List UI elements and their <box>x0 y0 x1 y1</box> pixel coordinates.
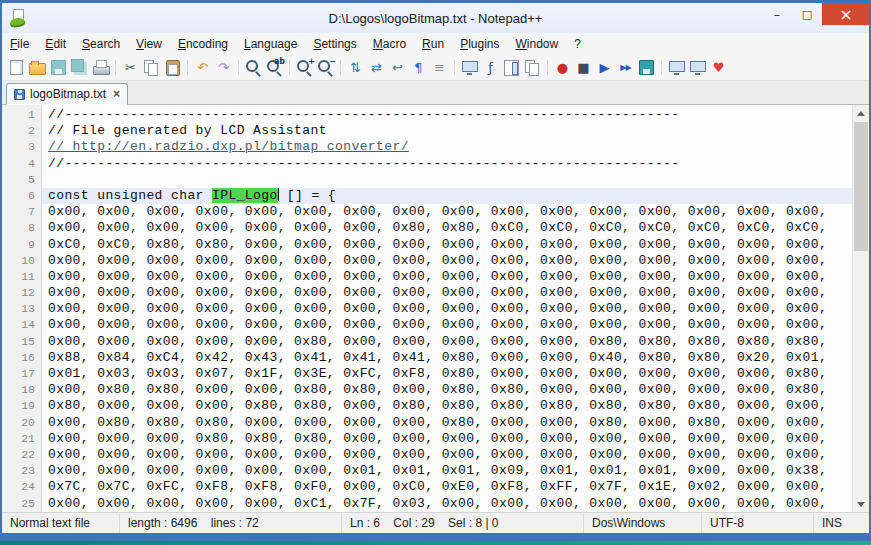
new-file-icon[interactable] <box>6 58 27 78</box>
minimize-button[interactable]: – <box>762 3 792 25</box>
code-line: 1 //------------------------------------… <box>2 107 869 123</box>
doc-switcher-icon[interactable] <box>522 58 543 78</box>
code-line: 18 0x00, 0x80, 0x80, 0x00, 0x00, 0x80, 0… <box>2 382 869 398</box>
title-bar[interactable]: D:\Logos\logoBitmap.txt - Notepad++ – □ … <box>2 3 869 33</box>
menu-macro[interactable]: Macro <box>365 34 414 55</box>
replace-icon[interactable]: ab <box>264 58 285 78</box>
document-map-icon[interactable] <box>501 58 522 78</box>
tab-label: logoBitmap.txt <box>30 87 106 101</box>
menu-plugins[interactable]: Plugins <box>452 34 507 55</box>
notepadpp-logo-icon[interactable] <box>9 9 29 27</box>
line-number: 1 <box>2 107 42 123</box>
menu-language[interactable]: Language <box>236 34 305 55</box>
cut-icon[interactable]: ✂ <box>120 58 141 78</box>
heart-icon[interactable]: ♥ <box>708 58 729 78</box>
copy-icon[interactable] <box>141 58 162 78</box>
save-macro-icon[interactable] <box>636 58 657 78</box>
function-list-icon[interactable]: ƒ <box>480 58 501 78</box>
menu-window[interactable]: Window <box>508 34 567 55</box>
editor[interactable]: 1 //------------------------------------… <box>2 105 869 512</box>
line-text: // http://en.radzio.dxp.pl/bitmap_conver… <box>42 139 852 155</box>
status-encoding: UTF-8 <box>702 513 814 533</box>
code-line: 13 0x00, 0x00, 0x00, 0x00, 0x00, 0x00, 0… <box>2 301 869 317</box>
selected-text: IPL_Logo <box>212 188 278 203</box>
menu-help[interactable]: ? <box>566 34 589 55</box>
line-number: 6 <box>2 188 42 204</box>
toolbar-glyph: ↷ <box>218 61 229 74</box>
undo-icon[interactable]: ↶ <box>192 58 213 78</box>
toolbar-glyph: ▶▶ <box>620 64 630 72</box>
vertical-scrollbar[interactable] <box>852 105 869 512</box>
show-all-characters-icon[interactable]: ¶ <box>408 58 429 78</box>
toolbar-glyph: ¶ <box>414 61 422 74</box>
menu-search[interactable]: Search <box>74 34 128 55</box>
line-number: 22 <box>2 447 42 463</box>
word-wrap-icon[interactable]: ↩ <box>387 58 408 78</box>
line-text: 0x00, 0x00, 0x00, 0x00, 0x00, 0x80, 0x00… <box>42 334 852 350</box>
line-text: 0x00, 0x00, 0x00, 0x00, 0x00, 0x00, 0x00… <box>42 317 852 333</box>
tab-close-icon[interactable]: × <box>113 88 120 100</box>
line-text: 0x80, 0x00, 0x00, 0x00, 0x80, 0x80, 0x00… <box>42 398 852 414</box>
code-area[interactable]: 1 //------------------------------------… <box>2 105 869 512</box>
save-all-icon[interactable] <box>69 58 90 78</box>
code-line: 5 <box>2 172 869 188</box>
toolbar-separator <box>336 58 345 78</box>
code-line: 22 0x00, 0x00, 0x00, 0x00, 0x00, 0x00, 0… <box>2 447 869 463</box>
status-eol-format: Dos\Windows <box>584 513 702 533</box>
line-text: 0x00, 0x80, 0x80, 0x80, 0x00, 0x00, 0x00… <box>42 415 852 431</box>
browser-preview-2-icon[interactable] <box>687 58 708 78</box>
toolbar-glyph: + <box>308 58 315 66</box>
window-title: D:\Logos\logoBitmap.txt - Notepad++ <box>2 11 869 26</box>
indent-guide-icon[interactable]: ≡ <box>429 58 450 78</box>
line-text: 0x00, 0x00, 0x00, 0x00, 0x00, 0x00, 0x00… <box>42 301 852 317</box>
menu-run[interactable]: Run <box>414 34 452 55</box>
scroll-down-icon[interactable] <box>853 496 869 512</box>
code-line: 20 0x00, 0x80, 0x80, 0x80, 0x00, 0x00, 0… <box>2 415 869 431</box>
browser-preview-icon[interactable] <box>666 58 687 78</box>
toolbar-separator <box>543 58 552 78</box>
tab-logobitmap[interactable]: logoBitmap.txt × <box>6 83 128 105</box>
stop-recording-icon[interactable]: ■ <box>573 58 594 78</box>
menu-settings[interactable]: Settings <box>305 34 364 55</box>
line-number: 24 <box>2 479 42 495</box>
record-macro-icon[interactable]: ● <box>552 58 573 78</box>
zoom-out-icon[interactable]: − <box>315 58 336 78</box>
sync-horizontal-scroll-icon[interactable]: ⇄ <box>366 58 387 78</box>
menu-edit[interactable]: Edit <box>37 34 74 55</box>
run-macro-multiple-icon[interactable]: ▶▶ <box>615 58 636 78</box>
line-number: 7 <box>2 204 42 220</box>
code-line: 14 0x00, 0x00, 0x00, 0x00, 0x00, 0x00, 0… <box>2 317 869 333</box>
line-number: 3 <box>2 139 42 155</box>
menu-encoding[interactable]: Encoding <box>170 34 236 55</box>
menu-view[interactable]: View <box>128 34 170 55</box>
status-insert-mode: INS <box>814 513 869 533</box>
line-text: 0x00, 0x00, 0x00, 0x00, 0x00, 0x00, 0x00… <box>42 447 852 463</box>
line-number: 17 <box>2 366 42 382</box>
close-button[interactable]: × <box>822 3 869 25</box>
zoom-in-icon[interactable]: + <box>294 58 315 78</box>
save-file-icon[interactable] <box>48 58 69 78</box>
scrollbar-thumb[interactable] <box>854 122 868 251</box>
tab-bar: logoBitmap.txt × <box>2 81 869 105</box>
scroll-up-icon[interactable] <box>853 105 869 121</box>
code-line: 10 0x00, 0x00, 0x00, 0x00, 0x00, 0x00, 0… <box>2 253 869 269</box>
open-file-icon[interactable] <box>27 58 48 78</box>
line-number: 2 <box>2 123 42 139</box>
print-icon[interactable] <box>90 58 111 78</box>
toolbar-glyph: ✂ <box>125 61 136 74</box>
line-number: 13 <box>2 301 42 317</box>
paste-icon[interactable] <box>162 58 183 78</box>
line-text: 0x00, 0x00, 0x00, 0x00, 0x00, 0x00, 0x00… <box>42 204 852 220</box>
user-defined-dialog-icon[interactable] <box>459 58 480 78</box>
code-lines-top: 1 //------------------------------------… <box>2 107 869 188</box>
sync-vertical-scroll-icon[interactable]: ⇅ <box>345 58 366 78</box>
code-line: 9 0xC0, 0xC0, 0x80, 0x80, 0x00, 0x00, 0x… <box>2 237 869 253</box>
find-icon[interactable] <box>243 58 264 78</box>
toolbar-glyph: ▶ <box>600 61 610 74</box>
menu-file[interactable]: File <box>2 34 37 55</box>
maximize-button[interactable]: □ <box>792 3 822 25</box>
saved-file-icon <box>14 89 25 100</box>
code-line: 3 // http://en.radzio.dxp.pl/bitmap_conv… <box>2 139 869 155</box>
playback-macro-icon[interactable]: ▶ <box>594 58 615 78</box>
redo-icon[interactable]: ↷ <box>213 58 234 78</box>
